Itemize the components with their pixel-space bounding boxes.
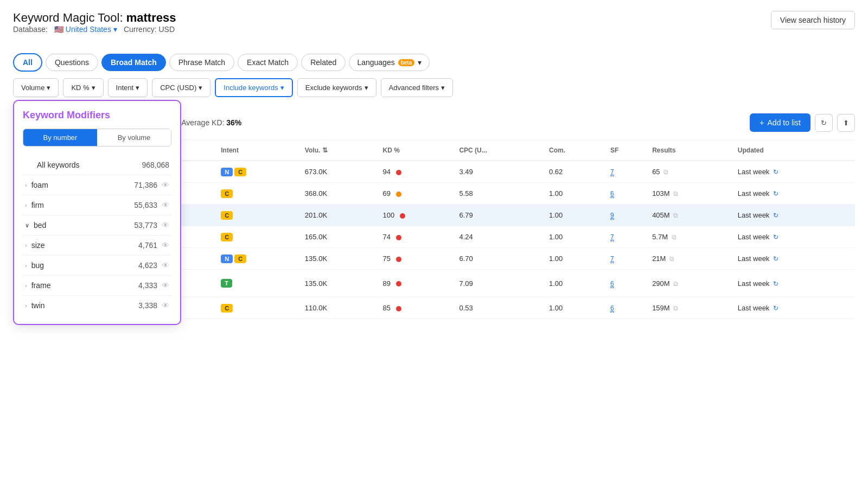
eye-icon[interactable]: 👁: [162, 241, 169, 250]
country-flag: 🇺🇸: [54, 25, 63, 34]
refresh-row-icon[interactable]: ↻: [773, 304, 778, 312]
km-item-bug[interactable]: › bug 4,623 👁: [23, 256, 171, 276]
tab-phrase-match[interactable]: Phrase Match: [169, 54, 234, 71]
eye-icon[interactable]: 👁: [162, 221, 169, 230]
intent-badge-c: C: [234, 254, 246, 263]
filter-intent[interactable]: Intent ▾: [108, 78, 148, 97]
kd-dot: [396, 257, 401, 262]
th-sf: SF: [606, 140, 648, 161]
results-icon: ⧉: [673, 280, 678, 288]
tab-all[interactable]: All: [13, 53, 42, 72]
refresh-row-icon[interactable]: ↻: [773, 212, 778, 219]
tab-related[interactable]: Related: [301, 54, 346, 71]
kd-dot: [396, 235, 401, 240]
km-item-twin[interactable]: › twin 3,338 👁: [23, 296, 171, 315]
filter-volume[interactable]: Volume ▾: [13, 78, 59, 97]
intent-badge-n: N: [221, 168, 233, 176]
th-volume[interactable]: Volu. ⇅: [301, 140, 379, 161]
km-toggle-by-number[interactable]: By number: [23, 129, 97, 146]
refresh-row-icon[interactable]: ↻: [773, 168, 778, 176]
sf-link[interactable]: 6: [610, 304, 614, 313]
sf-link[interactable]: 7: [610, 233, 614, 241]
refresh-button[interactable]: ↻: [815, 114, 833, 132]
chevron-down-icon: ▾: [280, 84, 284, 92]
view-history-button[interactable]: View search history: [771, 11, 855, 29]
beta-badge: beta: [398, 59, 415, 66]
eye-icon[interactable]: 👁: [162, 301, 169, 310]
eye-icon[interactable]: 👁: [162, 181, 169, 189]
sf-link[interactable]: 6: [610, 280, 614, 288]
refresh-icon: ↻: [821, 119, 827, 127]
tab-questions[interactable]: Questions: [46, 54, 98, 71]
sf-link[interactable]: 7: [610, 168, 614, 176]
eye-icon[interactable]: 👁: [162, 281, 169, 290]
eye-icon[interactable]: 👁: [162, 201, 169, 209]
subtitle: Database: 🇺🇸 United States ▾ Currency: U…: [13, 25, 176, 34]
filter-include-keywords[interactable]: Include keywords ▾: [215, 78, 292, 97]
filter-advanced[interactable]: Advanced filters ▾: [381, 78, 454, 97]
chevron-down-icon: ▾: [199, 84, 202, 92]
filters-bar: Volume ▾ KD % ▾ Intent ▾ CPC (USD) ▾ Inc…: [13, 78, 855, 97]
tabs-bar: All Questions Broad Match Phrase Match E…: [13, 53, 855, 72]
chevron-down-icon: ▾: [418, 58, 422, 67]
chevron-right-icon: ›: [25, 262, 27, 269]
kd-dot: [400, 213, 405, 219]
stats-actions: + Add to list ↻ ⬆: [750, 113, 855, 132]
intent-badge-c: C: [221, 211, 233, 220]
km-item-size[interactable]: › size 4,761 👁: [23, 235, 171, 256]
chevron-down-icon: ▾: [441, 84, 445, 92]
sf-link[interactable]: 6: [610, 190, 614, 198]
tab-broad-match[interactable]: Broad Match: [101, 54, 166, 71]
intent-badge-t: T: [221, 279, 232, 288]
km-item-all-keywords: All keywords 968,068: [23, 155, 171, 175]
country-name: United States: [66, 25, 111, 34]
database-selector[interactable]: 🇺🇸 United States ▾: [54, 25, 117, 34]
km-item-firm[interactable]: › firm 55,633 👁: [23, 195, 171, 215]
chevron-right-icon: ›: [25, 182, 27, 188]
tab-exact-match[interactable]: Exact Match: [238, 54, 298, 71]
refresh-row-icon[interactable]: ↻: [773, 280, 778, 288]
add-to-list-button[interactable]: + Add to list: [750, 113, 810, 132]
languages-label: Languages: [357, 58, 394, 67]
refresh-row-icon[interactable]: ↻: [773, 190, 778, 198]
filter-exclude-keywords[interactable]: Exclude keywords ▾: [297, 78, 376, 97]
filter-kd[interactable]: KD % ▾: [63, 78, 103, 97]
km-item-foam[interactable]: › foam 71,386 👁: [23, 175, 171, 195]
chevron-down-icon: ▾: [136, 84, 139, 92]
kd-dot: [396, 281, 401, 286]
results-icon: ⧉: [673, 212, 678, 219]
sort-icon: ⇅: [322, 147, 328, 154]
km-item-bed[interactable]: ∨ bed 53,773 👁: [23, 215, 171, 235]
results-icon: ⧉: [663, 168, 668, 176]
km-item-frame[interactable]: › frame 4,333 👁: [23, 276, 171, 296]
refresh-row-icon[interactable]: ↻: [773, 255, 778, 263]
add-to-list-label: Add to list: [768, 118, 801, 127]
results-icon: ⧉: [673, 304, 678, 312]
intent-badge-c: C: [221, 304, 233, 313]
intent-badge-c: C: [221, 233, 233, 241]
export-button[interactable]: ⬆: [837, 114, 855, 132]
results-icon: ⧉: [672, 233, 676, 241]
th-results: Results: [648, 140, 733, 161]
sf-link[interactable]: 9: [610, 212, 614, 220]
keyword-modifiers-popup: Keyword Modifiers By number By volume Al…: [13, 100, 181, 325]
languages-button[interactable]: Languages beta ▾: [349, 54, 430, 71]
filter-cpc[interactable]: CPC (USD) ▾: [152, 78, 210, 97]
page-container: Keyword Magic Tool: mattress Database: 🇺…: [0, 0, 868, 503]
title-area: Keyword Magic Tool: mattress Database: 🇺…: [13, 11, 176, 44]
km-toggle-by-volume[interactable]: By volume: [97, 129, 171, 146]
sf-link[interactable]: 7: [610, 255, 614, 263]
chevron-right-icon: ›: [25, 202, 27, 208]
eye-icon[interactable]: 👁: [162, 261, 169, 270]
chevron-right-icon: ›: [25, 282, 27, 289]
page-title: Keyword Magic Tool: mattress: [13, 11, 176, 25]
intent-badge-c: C: [221, 189, 233, 198]
km-list: All keywords 968,068 › foam 71,386 👁: [23, 155, 171, 315]
th-kd: KD %: [379, 140, 455, 161]
refresh-row-icon[interactable]: ↻: [773, 233, 778, 241]
chevron-right-icon: ›: [25, 302, 27, 309]
results-icon: ⧉: [673, 190, 678, 198]
chevron-down-icon: ▾: [365, 84, 368, 92]
intent-badge-n: N: [221, 254, 233, 263]
kd-dot: [396, 192, 401, 197]
